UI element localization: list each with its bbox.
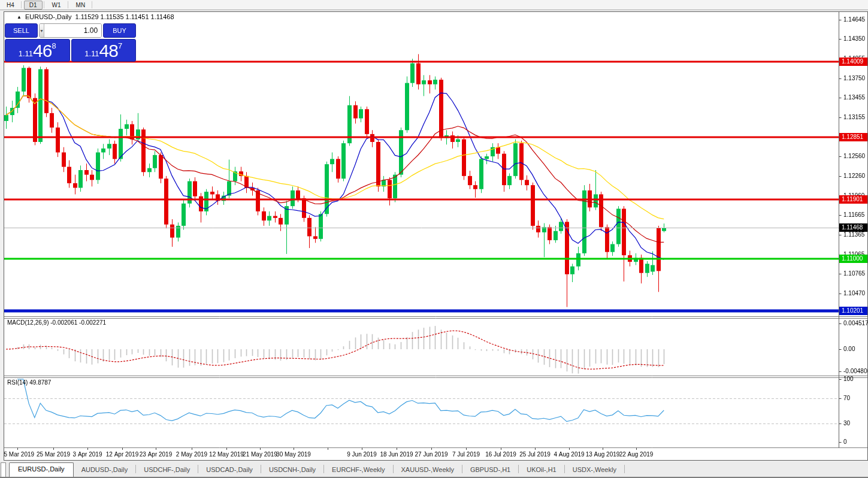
buy-price-prefix: 1.11 bbox=[84, 48, 99, 60]
timeframe-button-h4[interactable]: H4 bbox=[1, 1, 20, 10]
chart-tab-usdchf-daily[interactable]: USDCHF-,Daily bbox=[136, 464, 198, 477]
macd-name: MACD(12,26,9) bbox=[7, 319, 49, 326]
rsi-indicator-label: RSI(14) 49.8787 bbox=[7, 379, 51, 386]
sell-price-pip-digit: 8 bbox=[52, 42, 56, 50]
toolbar-separator bbox=[92, 1, 92, 8]
chart-tab-usdx-weekly[interactable]: USDX-,Weekly bbox=[565, 464, 624, 477]
toolbar-separator bbox=[68, 1, 68, 8]
chart-tab-gbpusd-h1[interactable]: GBPUSD-,H1 bbox=[462, 464, 518, 477]
chart-tab-ukoil-h1[interactable]: UKOil-,H1 bbox=[519, 464, 564, 477]
sell-price-button[interactable]: 1.11 46 8 bbox=[5, 39, 70, 62]
rsi-name: RSI(14) bbox=[7, 379, 28, 386]
chart-symbol-label: EURUSD-,Daily bbox=[25, 13, 72, 20]
chart-tab-eurusd-daily[interactable]: EURUSD-,Daily bbox=[9, 462, 74, 477]
buy-price-pip-digit: 7 bbox=[118, 42, 122, 50]
collapse-triangle-icon[interactable]: ▲ bbox=[17, 14, 22, 20]
macd-values: -0.002061 -0.002271 bbox=[50, 319, 106, 326]
sell-button[interactable]: SELL bbox=[5, 23, 38, 38]
chart-tab-audusd-daily[interactable]: AUDUSD-,Daily bbox=[74, 464, 136, 477]
toolbar-separator bbox=[44, 1, 44, 8]
chart-tab-xauusd-weekly[interactable]: XAUUSD-,Weekly bbox=[394, 464, 462, 477]
timeframe-button-d1[interactable]: D1 bbox=[24, 1, 43, 10]
volume-decrease-button[interactable]: ▼ bbox=[40, 24, 44, 37]
timeframe-button-mn[interactable]: MN bbox=[71, 1, 91, 10]
rsi-value: 49.8787 bbox=[29, 379, 51, 386]
one-click-trading-panel: SELL ▼ ▲ BUY 1.11 46 8 1.11 48 7 bbox=[5, 23, 136, 62]
tab-scroll-handle[interactable] bbox=[1, 462, 6, 477]
macd-indicator-label: MACD(12,26,9) -0.002061 -0.002271 bbox=[7, 319, 106, 326]
volume-input[interactable] bbox=[44, 24, 102, 37]
chart-tab-bar: EURUSD-,DailyAUDUSD-,DailyUSDCHF-,DailyU… bbox=[0, 461, 868, 478]
chart-title: ▲ EURUSD-,Daily 1.11529 1.11535 1.11451 … bbox=[17, 13, 174, 20]
sell-price-big-digits: 46 bbox=[33, 42, 52, 60]
timeframe-button-w1[interactable]: W1 bbox=[47, 1, 66, 10]
price-chart-canvas[interactable] bbox=[4, 11, 868, 461]
tab-separator bbox=[624, 465, 625, 473]
sell-price-prefix: 1.11 bbox=[19, 48, 33, 60]
buy-button[interactable]: BUY bbox=[103, 23, 136, 38]
volume-stepper: ▼ ▲ bbox=[39, 23, 102, 38]
chart-tab-usdcad-daily[interactable]: USDCAD-,Daily bbox=[198, 464, 261, 477]
buy-price-button[interactable]: 1.11 48 7 bbox=[71, 39, 137, 62]
app-window: H4D1W1MN ▲ EURUSD-,Daily 1.11529 1.11535… bbox=[0, 0, 868, 478]
chart-tab-eurchf-weekly[interactable]: EURCHF-,Weekly bbox=[324, 464, 392, 477]
chart-ohlc-values: 1.11529 1.11535 1.11451 1.11468 bbox=[75, 13, 174, 20]
timeframe-toolbar: H4D1W1MN bbox=[0, 0, 868, 10]
buy-price-big-digits: 48 bbox=[99, 42, 118, 60]
chart-tab-usdcnh-daily[interactable]: USDCNH-,Daily bbox=[261, 464, 323, 477]
toolbar-separator bbox=[21, 1, 22, 8]
